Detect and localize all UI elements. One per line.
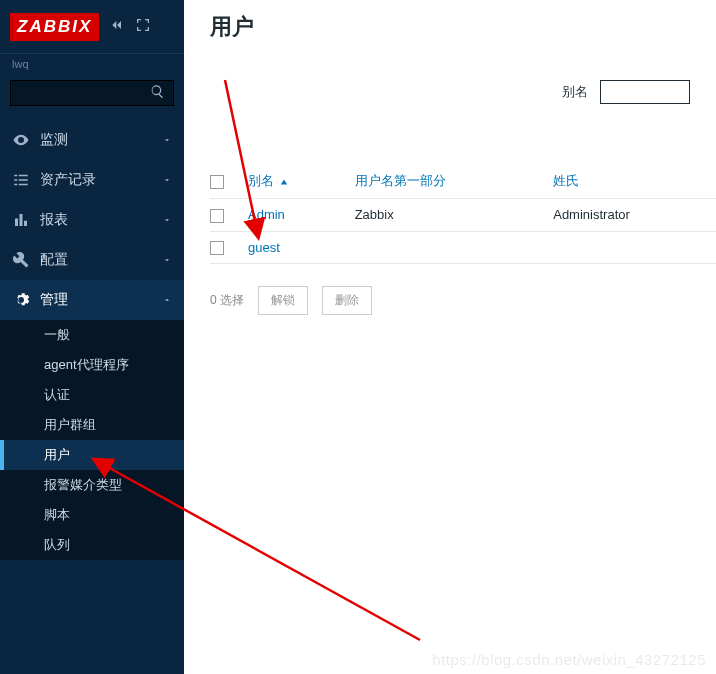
sidebar-header: ZABBIX [0, 0, 184, 54]
collapse-icon[interactable] [109, 17, 125, 37]
cell-last: Administrator [543, 199, 716, 232]
nav-label: 管理 [40, 291, 162, 309]
col-label: 用户名第一部分 [355, 173, 446, 188]
table-header-row: 别名 用户名第一部分 姓氏 [210, 164, 716, 199]
select-all-checkbox[interactable] [210, 175, 224, 189]
nav-label: 监测 [40, 131, 162, 149]
sub-label: 脚本 [44, 506, 70, 524]
filter-label: 别名 [562, 83, 588, 101]
nav-item-monitoring[interactable]: 监测 [0, 120, 184, 160]
sub-item-user-groups[interactable]: 用户群组 [0, 410, 184, 440]
gear-icon [12, 291, 30, 309]
nav-sub-administration: 一般 agent代理程序 认证 用户群组 用户 报警媒介类型 脚本 队列 [0, 320, 184, 560]
wrench-icon [12, 251, 30, 269]
sub-item-media-types[interactable]: 报警媒介类型 [0, 470, 184, 500]
col-last-name[interactable]: 姓氏 [543, 164, 716, 199]
cell-last [543, 231, 716, 264]
nav-label: 报表 [40, 211, 162, 229]
cell-first: Zabbix [345, 199, 544, 232]
sub-label: 一般 [44, 326, 70, 344]
sidebar: ZABBIX lwq 监测 资产记录 报表 配置 管理 [0, 0, 184, 674]
sub-item-queue[interactable]: 队列 [0, 530, 184, 560]
chevron-down-icon [162, 255, 172, 265]
cell-first [345, 231, 544, 264]
current-user-label: lwq [0, 54, 184, 80]
sub-label: 用户 [44, 446, 70, 464]
table-row: Admin Zabbix Administrator [210, 199, 716, 232]
nav-item-inventory[interactable]: 资产记录 [0, 160, 184, 200]
nav-item-configuration[interactable]: 配置 [0, 240, 184, 280]
eye-icon [12, 131, 30, 149]
chevron-up-icon [162, 295, 172, 305]
chevron-down-icon [162, 175, 172, 185]
sort-asc-icon [280, 174, 288, 189]
bulk-action-bar: 0 选择 解锁 删除 [184, 264, 716, 337]
users-table: 别名 用户名第一部分 姓氏 Admin Zabbix Administrator… [210, 164, 716, 264]
user-link-guest[interactable]: guest [248, 240, 280, 255]
watermark: https://blog.csdn.net/weixin_43272125 [432, 651, 706, 668]
chevron-down-icon [162, 135, 172, 145]
sub-label: 报警媒介类型 [44, 476, 122, 494]
selection-count: 0 选择 [210, 292, 244, 309]
delete-button[interactable]: 删除 [322, 286, 372, 315]
nav-label: 资产记录 [40, 171, 162, 189]
row-checkbox[interactable] [210, 209, 224, 223]
fullscreen-icon[interactable] [135, 17, 151, 37]
col-label: 姓氏 [553, 173, 579, 188]
nav: 监测 资产记录 报表 配置 管理 一般 agent代理程序 认证 用户群组 [0, 120, 184, 560]
page-title: 用户 [184, 0, 716, 60]
sub-item-proxies[interactable]: agent代理程序 [0, 350, 184, 380]
col-first-name[interactable]: 用户名第一部分 [345, 164, 544, 199]
unlock-button[interactable]: 解锁 [258, 286, 308, 315]
search-icon [150, 84, 165, 103]
nav-label: 配置 [40, 251, 162, 269]
col-label: 别名 [248, 173, 274, 188]
col-alias[interactable]: 别名 [238, 164, 345, 199]
sub-label: agent代理程序 [44, 356, 129, 374]
sub-item-general[interactable]: 一般 [0, 320, 184, 350]
nav-item-administration[interactable]: 管理 [0, 280, 184, 320]
alias-filter-input[interactable] [600, 80, 690, 104]
chart-icon [12, 211, 30, 229]
sub-item-users[interactable]: 用户 [0, 440, 184, 470]
sub-item-scripts[interactable]: 脚本 [0, 500, 184, 530]
sub-label: 队列 [44, 536, 70, 554]
chevron-down-icon [162, 215, 172, 225]
filter-bar: 别名 [184, 60, 716, 164]
nav-item-reports[interactable]: 报表 [0, 200, 184, 240]
list-icon [12, 171, 30, 189]
main-content: 用户 别名 别名 用户名第一部分 姓氏 Admin Zabbix Adminis… [184, 0, 716, 674]
logo: ZABBIX [10, 13, 99, 41]
user-link-admin[interactable]: Admin [248, 207, 285, 222]
search-input[interactable] [10, 80, 174, 106]
table-row: guest [210, 231, 716, 264]
sub-label: 用户群组 [44, 416, 96, 434]
sub-label: 认证 [44, 386, 70, 404]
row-checkbox[interactable] [210, 241, 224, 255]
sub-item-auth[interactable]: 认证 [0, 380, 184, 410]
